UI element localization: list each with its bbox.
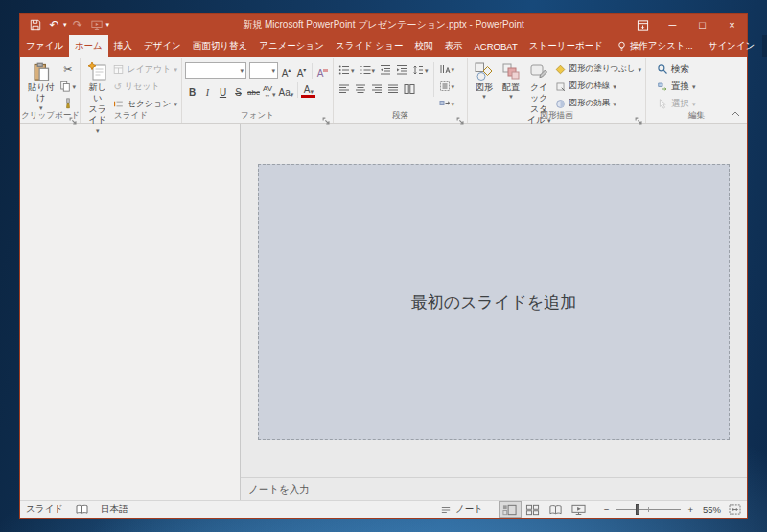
smartart-icon [439, 98, 451, 109]
notes-toggle-label: ノート [455, 503, 483, 516]
slideshow-view-button[interactable] [568, 501, 591, 518]
clipboard-dialog-launcher[interactable] [69, 112, 78, 121]
text-direction-button[interactable]: ▾ [437, 61, 457, 77]
collapse-ribbon-button[interactable] [729, 108, 742, 120]
font-color-button[interactable]: A▾ [301, 83, 315, 98]
font-color-label: A [304, 84, 311, 95]
title-bar: ↶ ▾ ↷ ▾ 新規 Microsoft PowerPoint プレゼンテーショ… [20, 14, 747, 35]
clipboard-group: 貼り付け ▾ ✂ ▾ クリップボード [21, 58, 81, 123]
notes-toggle-button[interactable]: ノート [440, 503, 483, 516]
editing-buttons: 検索 置換 ▾ 選択 ▾ [649, 59, 698, 111]
minimize-button[interactable]: ─ [658, 14, 687, 35]
sign-in-button[interactable]: サインイン [701, 35, 763, 57]
font-size-combo[interactable]: ▾ [249, 62, 278, 79]
underline-button[interactable]: U [216, 82, 230, 98]
cut-button[interactable]: ✂ [58, 61, 78, 77]
slide-thumbnail-pane[interactable] [20, 124, 241, 500]
tab-insert[interactable]: 挿入 [108, 35, 138, 57]
align-text-button[interactable]: ▾ [437, 79, 457, 94]
tab-animations[interactable]: アニメーション [253, 35, 330, 57]
customize-qat-arrow-icon[interactable]: ▾ [106, 21, 110, 29]
grow-font-button[interactable]: A▴ [279, 63, 293, 79]
shape-effects-icon [555, 99, 566, 109]
slide-indicator: スライド [26, 503, 63, 516]
ribbon-display-options-button[interactable] [628, 14, 658, 35]
tab-review[interactable]: 校閲 [409, 35, 439, 57]
tab-transitions[interactable]: 画面切り替え [187, 35, 253, 57]
line-spacing-button[interactable]: ▾ [410, 62, 430, 78]
font-group: ▾ ▾ A▴ A▾ A B I U S abc AV↔▾ Aa▾ A▾ [182, 58, 334, 123]
zoom-slider[interactable] [616, 509, 681, 510]
shapes-button[interactable]: 図形 ▾ [471, 59, 498, 100]
font-dialog-launcher[interactable] [322, 112, 331, 121]
normal-view-button[interactable] [499, 501, 522, 518]
arrange-button[interactable]: 配置 ▾ [498, 59, 524, 100]
align-center-button[interactable] [353, 81, 368, 97]
tab-acrobat[interactable]: ACROBAT [469, 35, 523, 57]
zoom-percentage[interactable]: 55% [703, 504, 721, 515]
tab-home[interactable]: ホーム [69, 35, 108, 57]
layout-label: レイアウト [127, 63, 171, 76]
tab-file[interactable]: ファイル [20, 35, 69, 57]
fit-to-window-button[interactable] [729, 504, 741, 515]
bullets-button[interactable]: ▾ [337, 62, 357, 78]
close-button[interactable]: × [717, 14, 747, 35]
paragraph-dialog-launcher[interactable] [456, 112, 465, 121]
tab-row-right: 操作アシスト... サインイン 共有 [609, 35, 767, 57]
new-slide-dropdown-icon: ▾ [96, 127, 100, 134]
undo-dropdown-arrow-icon[interactable]: ▾ [63, 21, 67, 29]
italic-button[interactable]: I [200, 82, 215, 98]
decrease-indent-button[interactable] [378, 62, 393, 78]
tab-slideshow[interactable]: スライド ショー [330, 35, 408, 57]
shape-fill-button[interactable]: 図形の塗りつぶし ▾ [553, 61, 643, 77]
character-spacing-button[interactable]: AV↔▾ [262, 82, 277, 98]
redo-icon: ↷ [73, 19, 82, 31]
save-button[interactable] [27, 17, 43, 34]
drawing-dialog-launcher[interactable] [635, 112, 643, 121]
find-button[interactable]: 検索 [655, 61, 698, 77]
columns-button[interactable] [402, 81, 417, 97]
first-slide-placeholder[interactable]: 最初のスライドを追加 [258, 164, 730, 440]
slide-sorter-view-button[interactable] [522, 501, 545, 518]
change-case-dropdown-icon: ▾ [291, 91, 294, 98]
tell-me-box[interactable]: 操作アシスト... [609, 35, 701, 57]
share-button[interactable]: 共有 [762, 35, 767, 57]
strikethrough-button[interactable]: S [231, 82, 245, 98]
reading-view-button[interactable] [545, 501, 568, 518]
new-slide-button[interactable]: 新しい スライド ▾ [83, 59, 111, 136]
text-shadow-button[interactable]: abc [246, 82, 261, 98]
zoom-out-button[interactable]: − [604, 504, 610, 515]
align-right-button[interactable] [369, 81, 384, 97]
undo-button[interactable]: ↶ [46, 17, 62, 34]
tab-storyboard[interactable]: ストーリーボード [523, 35, 609, 57]
change-case-button[interactable]: Aa▾ [278, 82, 295, 98]
notes-pane[interactable]: ノートを入力 [241, 477, 747, 500]
close-icon: × [729, 19, 734, 31]
bold-button[interactable]: B [185, 82, 199, 98]
zoom-slider-thumb[interactable] [636, 504, 639, 515]
convert-smartart-button[interactable]: ▾ [437, 96, 457, 111]
tab-design[interactable]: デザイン [138, 35, 187, 57]
paste-button[interactable]: 貼り付け ▾ [24, 59, 58, 111]
drawing-group: 図形 ▾ 配置 ▾ クイック スタイル ▾ 図形の塗りつぶし ▾ [468, 58, 646, 123]
shrink-font-button[interactable]: A▾ [294, 63, 309, 79]
maximize-button[interactable]: □ [687, 14, 717, 35]
justify-button[interactable] [385, 81, 401, 97]
copy-button[interactable]: ▾ [58, 79, 78, 94]
numbering-button[interactable]: ▾ [358, 62, 378, 78]
format-painter-button[interactable] [58, 96, 78, 111]
language-indicator[interactable]: 日本語 [101, 503, 128, 516]
shape-effects-button[interactable]: 図形の効果 ▾ [553, 96, 643, 111]
window-controls: ─ □ × [628, 14, 747, 35]
clear-formatting-button[interactable]: A [315, 63, 330, 79]
zoom-in-button[interactable]: + [687, 504, 693, 515]
replace-button[interactable]: 置換 ▾ [655, 79, 698, 94]
quick-styles-label-line1: クイック [527, 82, 550, 104]
align-left-button[interactable] [337, 81, 352, 97]
proofing-status-button[interactable] [76, 504, 88, 515]
increase-indent-button[interactable] [394, 62, 409, 78]
section-button[interactable]: セクション ▾ [111, 96, 179, 111]
tab-view[interactable]: 表示 [439, 35, 469, 57]
shape-outline-button[interactable]: 図形の枠線 ▾ [553, 79, 643, 94]
font-name-combo[interactable]: ▾ [185, 62, 246, 79]
